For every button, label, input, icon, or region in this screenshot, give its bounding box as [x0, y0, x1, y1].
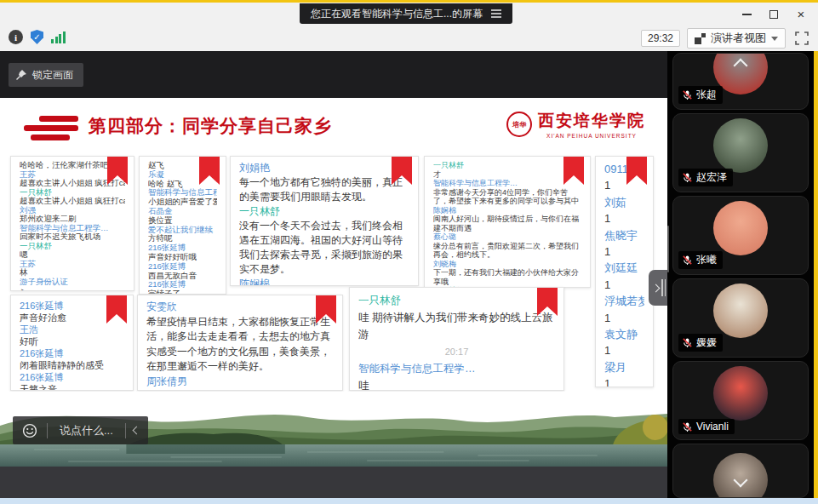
avatar [713, 118, 768, 173]
chat-username: 一只林舒 [433, 161, 581, 170]
chat-message: 嗯 [20, 250, 125, 260]
muted-mic-icon [682, 337, 693, 348]
meeting-info-icon[interactable]: i [9, 30, 23, 44]
meeting-content: 锁定画面 第四部分：同学分享自己家乡 培华 西安培华学院 XI'AN PEIHU… [0, 51, 818, 498]
participant-tile[interactable]: 张超 [672, 53, 809, 110]
speaker-view-button[interactable]: 演讲者视图 [687, 28, 786, 49]
chevron-left-icon [133, 427, 141, 435]
participant-name: 赵宏泽 [696, 170, 727, 185]
chat-message: 哇 期待讲解人为我们带来奇妙的线上云旅游 [358, 309, 555, 343]
chat-message: 1 [604, 277, 644, 293]
chat-username: 216张延博 [20, 371, 124, 383]
minimize-button[interactable] [733, 3, 760, 26]
pushpin-icon [15, 69, 27, 81]
emoji-button[interactable] [13, 416, 47, 444]
avatar [713, 201, 768, 255]
chat-username: 216张延博 [148, 262, 217, 272]
chat-username: 一只林舒 [20, 242, 125, 251]
note-card: 哈哈哈，汪伦家湖什茶吧王苏超喜欢主讲人小姐姐 疯狂打call一只林舒超喜欢主讲人… [10, 156, 134, 291]
chat-message: 小姐姐的声音爱了爱了 [148, 198, 217, 207]
banner-menu-icon[interactable] [491, 9, 501, 18]
chat-username: 陈娴棉 [239, 277, 409, 286]
chat-username: 刘茹 [604, 194, 644, 210]
chat-message: 林 [20, 268, 125, 278]
participant-name-badge: 赵宏泽 [678, 169, 733, 186]
university-name-en: XI'AN PEIHUA UNIVERSITY [546, 133, 637, 139]
avatar [713, 366, 768, 421]
muted-mic-icon [682, 89, 693, 100]
watching-banner[interactable]: 您正在观看智能科学与信息工...的屏幕 [300, 3, 512, 24]
smiley-icon [22, 423, 37, 438]
chat-message: 1 [604, 177, 644, 193]
participant-tile[interactable]: 赵宏泽 [672, 113, 809, 192]
sidebar-scrollbar[interactable] [667, 226, 669, 272]
watching-banner-text: 您正在观看智能科学与信息工...的屏幕 [311, 7, 483, 21]
chevron-right-icon [652, 284, 661, 292]
network-signal-icon[interactable] [51, 31, 66, 43]
close-button[interactable]: × [787, 3, 815, 26]
university-seal-icon: 培华 [506, 112, 532, 137]
participant-name-badge: Vivianli [678, 419, 735, 434]
chat-username: 王苏 [20, 260, 125, 269]
note-card: 09110麻小乖1刘茹1焦晓宇1刘廷廷1浮城若梦1袁文静1梁月1 [595, 156, 654, 387]
participant-tile[interactable] [672, 444, 809, 498]
note-card: 一只林舒哇 期待讲解人为我们带来奇妙的线上云旅游20:17智能科学与信息工程学…… [349, 287, 564, 391]
chat-timestamp: 20:17 [358, 343, 555, 360]
university-name-cn: 西安培华学院 [538, 110, 645, 132]
chat-username: 刘廷廷 [604, 260, 644, 276]
chat-message: 才 [433, 170, 581, 180]
speaker-view-label: 演讲者视图 [711, 31, 766, 46]
pin-view-button[interactable]: 锁定画面 [9, 63, 83, 87]
chat-input[interactable]: 说点什么... [48, 416, 125, 444]
screen-share-border-right [814, 51, 818, 498]
chat-username: 安雯欣 [146, 300, 334, 315]
chat-username: 216张延博 [148, 280, 217, 289]
muted-mic-icon [682, 255, 693, 266]
sidebar-toggle-handle[interactable] [649, 270, 667, 306]
chat-message: 杭州的美，在于湖，湖外有湖，山外有山，锦山秀水，期待疫情结束后，大家前来游玩哦 [146, 389, 334, 391]
chat-message: 超喜欢主讲人小姐姐 疯狂打call [20, 197, 125, 206]
window-titlebar: 您正在观看智能科学与信息工...的屏幕 × [0, 3, 818, 26]
muted-mic-icon [682, 421, 693, 432]
screen-share-border-top [0, 0, 818, 3]
chat-message: 1 [604, 310, 644, 326]
chat-message: 回家时不迟关旅飞机场 [20, 232, 125, 242]
chat-message: 闭着眼睛静静的感受 [20, 359, 124, 371]
chat-message: 哈哈 赵飞 [148, 180, 217, 189]
participant-name: 媛媛 [696, 335, 717, 350]
collapse-chat-button[interactable] [126, 416, 148, 444]
participant-name-badge: 媛媛 [678, 334, 723, 352]
participant-tile[interactable]: 媛媛 [672, 278, 809, 358]
chat-username: 周张倩男 [146, 375, 334, 390]
drag-grip-icon [661, 279, 666, 296]
chat-message: 希望疫情早日结束，大家都能恢复正常生活，能多出去走走看看，去想去的地方真实感受一… [146, 315, 334, 375]
presentation-slide: 第四部分：同学分享自己家乡 培华 西安培华学院 XI'AN PEIHUA UNI… [0, 98, 667, 392]
chevron-down-icon [771, 37, 778, 41]
security-shield-icon[interactable]: ✓ [31, 30, 43, 44]
pin-view-label: 锁定画面 [32, 68, 73, 83]
chat-username: 陈娴棉 [433, 206, 581, 215]
chat-message: 西昌无敌白音 [148, 272, 217, 281]
chat-username: 浮城若梦 [604, 293, 644, 309]
participant-name-badge: 张曦 [678, 251, 723, 269]
chat-username: 石晶金 [148, 207, 217, 216]
participant-tile[interactable]: Vivianli [672, 361, 809, 440]
chat-message: 没有一个冬天不会过去，我们终会相遇在五湖四海。祖国的大好河山等待我们去探索去寻觅… [239, 219, 409, 277]
chat-message: 哇 [358, 377, 555, 391]
meeting-timer: 29:32 [641, 30, 680, 47]
chat-message: 1 [604, 342, 644, 358]
chat-message: 每一个地方都有它独特的美丽，真正的美需要我们用眼睛去发现。 [239, 175, 409, 204]
fullscreen-button[interactable] [792, 29, 811, 48]
chat-username: 刘晓梅 [433, 260, 581, 269]
chat-username: 王浩 [20, 324, 124, 335]
chat-username: 智能科学与信息工程学… [20, 224, 125, 233]
chat-message: 声音好好听哦 [148, 253, 217, 262]
avatar [713, 284, 768, 338]
chat-message: 郑州欢迎来二刷 [20, 215, 125, 224]
chat-username: 一只林舒 [20, 188, 125, 198]
participants-sidebar: 张超 赵宏泽 张曦 媛媛 Vivianli [667, 51, 814, 498]
chat-username: 刘强 [20, 206, 125, 215]
participant-tile[interactable]: 张曦 [672, 196, 809, 275]
maximize-button[interactable] [760, 3, 787, 26]
note-card: 安雯欣希望疫情早日结束，大家都能恢复正常生活，能多出去走走看看，去想去的地方真实… [137, 295, 343, 391]
